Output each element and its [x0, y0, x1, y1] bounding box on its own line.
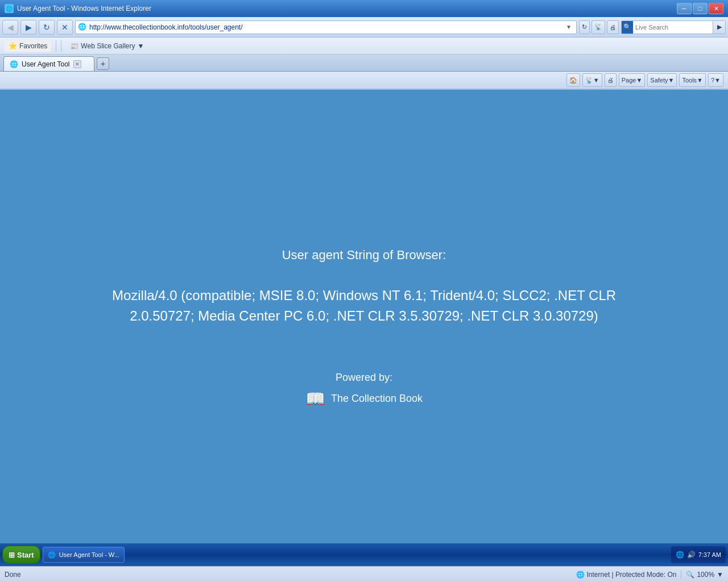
- home-button[interactable]: 🏠: [566, 73, 580, 87]
- maximize-button[interactable]: □: [693, 3, 708, 14]
- zoom-dropdown-icon: ▼: [717, 571, 723, 579]
- command-toolbar: 🏠 📡▼ 🖨 Page▼ Safety▼ Tools▼ ?▼: [0, 72, 728, 90]
- minimize-button[interactable]: ─: [677, 3, 692, 14]
- taskbar-task-label: User Agent Tool - W...: [59, 551, 119, 558]
- zoom-icon: 🔍: [686, 571, 694, 579]
- window-controls: ─ □ ✕: [677, 3, 723, 14]
- web-slice-label: Web Slice Gallery: [81, 42, 135, 50]
- page-menu-button[interactable]: Page▼: [619, 73, 646, 87]
- user-agent-string: Mozilla/4.0 (compatible; MSIE 8.0; Windo…: [108, 285, 620, 326]
- taskbar: ⊞ Start 🌐 User Agent Tool - W... 🌐 🔊 7:3…: [0, 543, 728, 566]
- volume-icon: 🔊: [687, 550, 696, 559]
- powered-by-text: Powered by:: [336, 372, 392, 384]
- security-zone: 🌐 Internet | Protected Mode: On: [576, 571, 677, 579]
- tab-icon: 🌐: [10, 60, 18, 68]
- tab-close-button[interactable]: ✕: [73, 60, 81, 68]
- search-go-button[interactable]: ▶: [713, 21, 725, 34]
- help-label: ?: [711, 77, 714, 84]
- new-tab-button[interactable]: +: [97, 57, 109, 70]
- tab-bar: 🌐 User Agent Tool ✕ +: [0, 55, 728, 72]
- print-button[interactable]: 🖨: [607, 20, 619, 34]
- refresh-page-button[interactable]: ↻: [579, 20, 590, 34]
- status-bar: Done 🌐 Internet | Protected Mode: On 🔍 1…: [0, 566, 728, 582]
- tab-label: User Agent Tool: [22, 60, 70, 68]
- favorites-button[interactable]: ⭐ Favorites: [5, 40, 51, 52]
- zone-text: Internet | Protected Mode: On: [587, 571, 677, 579]
- zoom-level: 100%: [697, 571, 714, 579]
- start-label: Start: [17, 551, 34, 559]
- favorites-label: Favorites: [19, 42, 47, 50]
- toolbar-right: 🏠 📡▼ 🖨 Page▼ Safety▼ Tools▼ ?▼: [566, 73, 723, 87]
- start-button[interactable]: ⊞ Start: [2, 546, 40, 564]
- address-icon: 🌐: [78, 23, 87, 32]
- rss-toolbar-button[interactable]: 📡▼: [582, 73, 602, 87]
- status-text: Done: [5, 571, 572, 579]
- nav-tools: ↻ 📡 🖨: [579, 20, 619, 34]
- title-bar-left: 🌐 User Agent Tool - Windows Internet Exp…: [5, 4, 151, 13]
- favorites-separator: [56, 40, 56, 52]
- tools-menu-button[interactable]: Tools▼: [679, 73, 706, 87]
- rss-button[interactable]: 📡: [592, 20, 605, 34]
- brand-row: 📖 The Collection Book: [305, 389, 423, 408]
- safety-label: Safety: [650, 77, 668, 84]
- address-bar-container: 🌐 ▼: [75, 20, 577, 34]
- address-dropdown-button[interactable]: ▼: [564, 22, 574, 32]
- windows-icon: ⊞: [9, 551, 15, 559]
- close-button[interactable]: ✕: [709, 3, 723, 14]
- browser-icon: 🌐: [5, 4, 14, 13]
- network-icon: 🌐: [676, 550, 685, 559]
- web-slice-dropdown-icon: ▼: [138, 42, 144, 50]
- forward-button[interactable]: ▶: [20, 20, 36, 35]
- search-container: 🔍 ▶: [621, 20, 726, 34]
- book-icon: 📖: [305, 389, 325, 408]
- favorites-bar: ⭐ Favorites 📰 Web Slice Gallery ▼: [0, 38, 728, 55]
- taskbar-systray: 🌐 🔊 7:37 AM: [671, 546, 726, 563]
- stop-button[interactable]: ✕: [57, 20, 73, 35]
- search-input[interactable]: [633, 24, 713, 31]
- system-clock: 7:37 AM: [698, 551, 721, 558]
- fav-sep2: [61, 40, 61, 52]
- content-heading: User agent String of Browser:: [282, 248, 446, 263]
- print-toolbar-button[interactable]: 🖨: [605, 73, 617, 87]
- zone-icon: 🌐: [576, 571, 585, 579]
- web-slice-gallery-item[interactable]: 📰 Web Slice Gallery ▼: [66, 40, 148, 52]
- zoom-control[interactable]: 🔍 100% ▼: [681, 571, 723, 579]
- safety-menu-button[interactable]: Safety▼: [647, 73, 677, 87]
- address-input[interactable]: [89, 23, 564, 31]
- refresh-button[interactable]: ↻: [39, 20, 55, 35]
- window-title: User Agent Tool - Windows Internet Explo…: [17, 5, 151, 13]
- navigation-bar: ◀ ▶ ↻ ✕ 🌐 ▼ ↻ 📡 🖨 🔍 ▶: [0, 17, 728, 38]
- star-icon: ⭐: [9, 42, 17, 50]
- browser-content: User agent String of Browser: Mozilla/4.…: [0, 90, 728, 566]
- status-right: 🌐 Internet | Protected Mode: On 🔍 100% ▼: [576, 571, 723, 579]
- taskbar-task-ie[interactable]: 🌐 User Agent Tool - W...: [43, 547, 125, 563]
- active-tab[interactable]: 🌐 User Agent Tool ✕: [3, 56, 94, 71]
- search-icon-button[interactable]: 🔍: [622, 21, 633, 34]
- tools-label: Tools: [682, 77, 697, 84]
- page-label: Page: [622, 77, 636, 84]
- help-button[interactable]: ?▼: [708, 73, 723, 87]
- back-button[interactable]: ◀: [2, 20, 18, 35]
- taskbar-ie-icon: 🌐: [48, 551, 56, 559]
- title-bar: 🌐 User Agent Tool - Windows Internet Exp…: [0, 0, 728, 17]
- web-slice-icon: 📰: [70, 42, 78, 50]
- brand-name: The Collection Book: [331, 393, 423, 405]
